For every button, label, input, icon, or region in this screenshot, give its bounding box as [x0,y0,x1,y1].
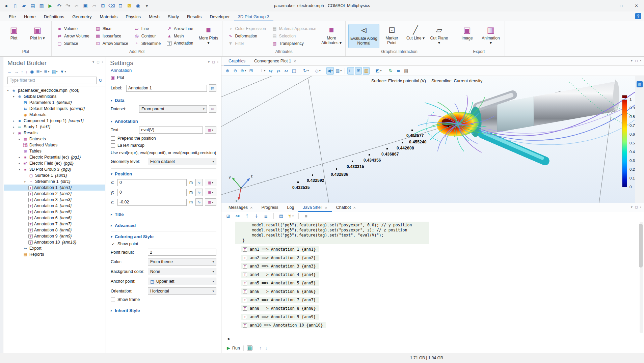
show-button[interactable]: ◉ [30,69,34,74]
default-view-button[interactable]: ⟂▾ [260,67,266,75]
menu-study[interactable]: Study [164,11,183,21]
java-shell-output[interactable]: model.result("pg3").feature(tag).set("po… [221,220,644,335]
advanced-section-header[interactable]: ▸ Advanced [111,220,216,228]
panel-menu-icon[interactable]: ▾ [92,60,94,64]
annotation-text-input[interactable] [139,127,203,134]
tree-item-global-definitions[interactable]: ▾⊕Global Definitions [4,93,105,100]
graphics-tab-graphics[interactable]: Graphics [224,57,250,65]
tree-item-annotation-4[interactable]: TAnnotation 4{ann4} [4,203,105,209]
app-logo-button[interactable]: ● [3,2,10,10]
format-button[interactable]: ⊞ [225,213,232,220]
tree-item-annotation-5[interactable]: TAnnotation 5{ann5} [4,209,105,215]
tree-item-electric-potential-ec[interactable]: ▸■Electric Potential (ec){pg1} [4,154,105,160]
panel-menu-icon[interactable]: ▾ [631,59,633,62]
color-theme-button[interactable]: ◩▾ [375,67,382,75]
tree-item-annotation-3[interactable]: TAnnotation 3{ann3} [4,197,105,203]
delete-button[interactable]: ⌫ [108,2,115,10]
forward-button[interactable]: → [14,69,19,74]
tree-item-annotation-7[interactable]: TAnnotation 7{ann7} [4,221,105,227]
close-tab-icon[interactable]: × [250,205,253,210]
close-tab-icon[interactable]: × [294,59,296,64]
save-button[interactable]: ▤ [29,2,36,10]
menu-mesh[interactable]: Mesh [145,11,164,21]
menu-definitions[interactable]: Definitions [40,11,69,21]
down-button[interactable]: ↓ [26,69,28,74]
marker-point-button[interactable]: ⊡Marker Point [381,24,403,48]
undo-button[interactable]: ↶▾ [55,2,63,10]
assign-button[interactable]: a= [234,213,241,220]
history-down-button[interactable]: ↓ [265,345,267,351]
up-button[interactable]: ↑ [21,69,23,74]
expander-icon[interactable]: ▸ [12,125,16,129]
chevron-down-icon[interactable]: ▾ [245,69,246,72]
position-section-header[interactable]: ▾ Position [111,168,216,176]
panel-pin-icon[interactable]: ▪ [102,60,103,64]
panel-pin-icon[interactable]: ▪ [217,60,218,64]
deformation-button[interactable]: ∿Deformation [226,33,267,39]
tree-item-component-1-comp-1[interactable]: ▸■Component 1 (comp 1){comp1} [4,118,105,124]
chevron-down-icon[interactable]: ▾ [331,69,333,72]
chevron-down-icon[interactable]: ▾ [380,69,381,72]
transparency-button[interactable]: ▧Transparency [271,40,318,46]
tree-item-pacemaker-electrode-mph[interactable]: ▾◈pacemaker_electrode.mph(root) [4,87,105,93]
duplicate-button[interactable]: ⊞ [99,2,107,10]
select-box-button[interactable]: ⊡ [117,2,124,10]
contour-button[interactable]: ◎Contour [133,33,162,39]
scrollbar[interactable] [640,222,643,333]
expression-menu-button[interactable]: ▦ ▾ [205,126,216,134]
panel-float-icon[interactable]: ◻ [635,59,638,62]
tree-item-results[interactable]: ▾▣Results [4,130,105,136]
background-color-select[interactable]: None ▾ [148,268,216,275]
expander-icon[interactable]: ▾ [12,95,16,98]
tree-item-export[interactable]: ↦Export [4,245,105,251]
x-range-button[interactable]: ∿ [195,179,203,186]
close-tab-icon[interactable]: × [353,205,356,210]
expander-icon[interactable]: ▾ [12,132,16,135]
tree-item-annotation-1[interactable]: TAnnotation 1{ann1} [4,185,105,191]
tree-item-study-1[interactable]: ▸∞Study 1{std1} [4,124,105,130]
triad-toggle-button[interactable]: ∟ [347,67,354,75]
panel-float-icon[interactable]: ◻ [635,205,638,209]
tree-item-default-model-inputs[interactable]: ⇇Default Model Inputs{cminpt} [4,106,105,112]
filter-button[interactable]: ▼▾ [60,69,66,74]
close-tab-icon[interactable]: × [325,205,327,210]
menu-geometry[interactable]: Geometry [68,11,96,21]
zoom-in-button[interactable]: ⊕ [224,67,231,75]
show-console-button[interactable]: ▤ [247,345,252,351]
plot-button[interactable]: ▣ Plot [111,75,124,80]
chevron-down-icon[interactable]: ▾ [60,4,61,7]
plot-button[interactable]: ▣Plot [3,24,25,48]
collapsed-panel-icon[interactable]: ▥ [637,81,643,87]
y-range-button[interactable]: ∿ [195,189,203,196]
add-dataset-button[interactable]: ⊞ [209,105,216,113]
menu-materials[interactable]: Materials [96,11,122,21]
annotation-button[interactable]: TAnnotation [165,40,194,46]
menu-file[interactable]: File [5,11,20,21]
x-input[interactable] [117,179,187,186]
tree-item-derived-values[interactable]: 8.85e-12Derived Values [4,142,105,148]
menu-results[interactable]: Results [183,11,206,21]
rotate-button[interactable]: ↻▾ [302,67,310,75]
environment-button[interactable]: ◇▾ [315,67,321,75]
cut-plane-button[interactable]: ▱Cut Plane ▾ [428,24,450,48]
view-button[interactable]: ▤▾ [52,69,57,74]
wrap-button[interactable]: ≣ [263,213,269,220]
menu-developer[interactable]: Developer [206,11,234,21]
tree-item-materials[interactable]: ◉Materials [4,112,105,118]
console-tab-java-shell[interactable]: Java Shell× [298,203,331,212]
chevron-down-icon[interactable]: ▾ [307,69,309,72]
auto-update-button[interactable]: ↻ [387,67,394,75]
isosurface-button[interactable]: ▩Isosurface [94,33,130,39]
mesh-button[interactable]: ▲Mesh [165,33,194,39]
tree-item-electric-field-ec[interactable]: ▸■*Electric Field (ec){pg2} [4,160,105,166]
cut-button[interactable]: ✂ [73,2,80,10]
rename-button[interactable]: ▤ [209,84,216,92]
maximize-button[interactable]: □ [614,0,629,11]
arrow-volume-button[interactable]: ⇄Arrow Volume [56,33,91,39]
expander-icon[interactable]: ▸ [18,162,21,165]
graphics-canvas[interactable]: Surface: Electric potential (V) Streamli… [221,76,635,203]
panel-pin-icon[interactable]: ▪ [640,59,641,62]
tree-item-streamline-1[interactable]: ▸≈Streamline 1{str1} [4,178,105,185]
expand-button[interactable]: ⇣ [253,213,260,220]
panel-float-icon[interactable]: ◻ [212,60,215,64]
